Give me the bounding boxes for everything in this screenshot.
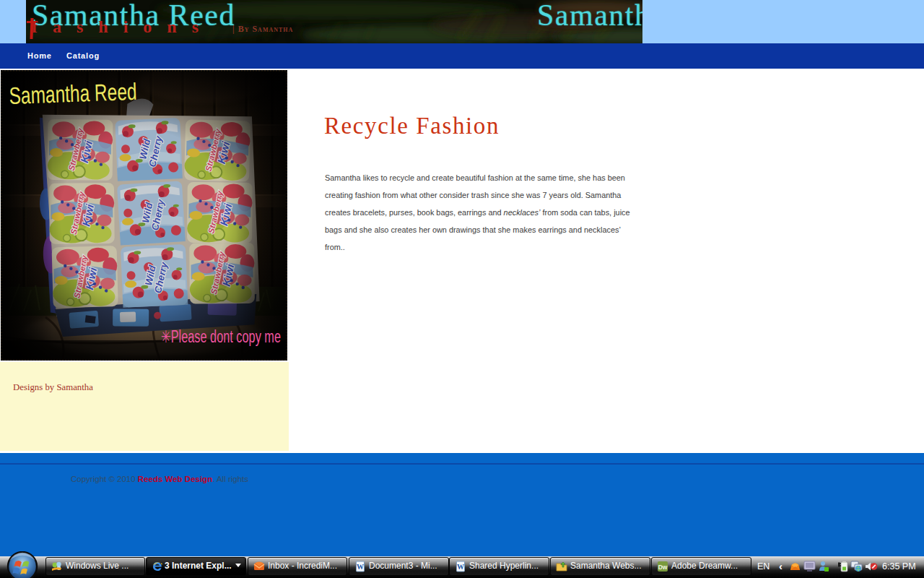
svg-text:Dw: Dw: [658, 564, 668, 571]
svg-text:✳Please dont copy me: ✳Please dont copy me: [161, 327, 281, 346]
svg-text:Samantha Reed: Samantha Reed: [9, 78, 137, 109]
svg-text:W: W: [457, 563, 464, 571]
svg-text:W: W: [357, 563, 364, 571]
